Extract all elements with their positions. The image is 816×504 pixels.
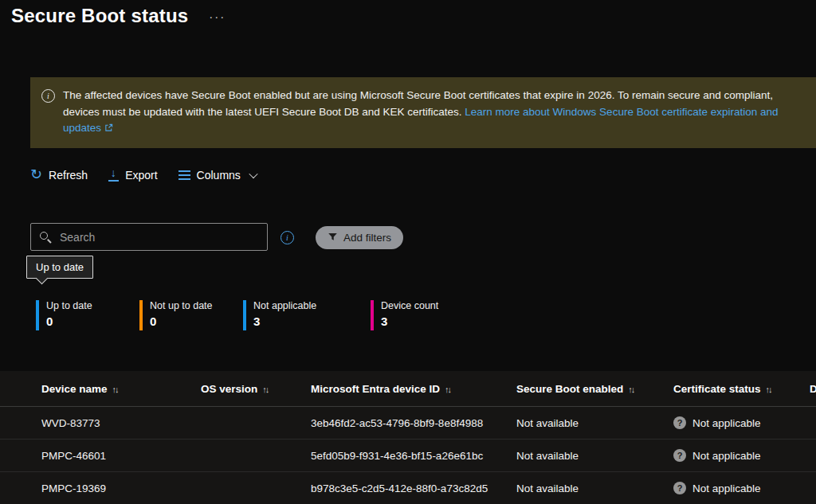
column-header-label: D — [810, 383, 816, 395]
search-input[interactable] — [58, 230, 259, 244]
device-name-cell[interactable]: WVD-83773 — [41, 417, 201, 429]
column-header-os-version[interactable]: OS version — [201, 383, 311, 395]
device-name-cell[interactable]: PMPC-19369 — [41, 483, 201, 494]
refresh-icon — [30, 169, 42, 182]
column-header-device-name[interactable]: Device name — [41, 383, 201, 395]
stat-up-to-date: Up to date 0 — [36, 300, 92, 330]
stat-label: Up to date — [46, 300, 92, 311]
certificate-status-text: Not applicable — [692, 483, 761, 494]
add-filters-button[interactable]: Add filters — [316, 226, 403, 249]
search-info-icon[interactable] — [280, 231, 294, 244]
search-icon — [39, 231, 51, 243]
device-name-cell[interactable]: PMPC-46601 — [41, 450, 201, 462]
secure-boot-enabled-cell: Not available — [516, 417, 673, 429]
secure-boot-enabled-cell: Not available — [516, 483, 673, 494]
add-filters-label: Add filters — [343, 232, 391, 244]
stat-label: Device count — [381, 300, 438, 311]
banner-text: The affected devices have Secure Boot en… — [63, 88, 779, 138]
column-header-label: Microsoft Entra device ID — [311, 383, 440, 395]
sort-icon[interactable] — [766, 383, 771, 395]
stat-value: 0 — [46, 315, 92, 328]
column-header-label: OS version — [201, 383, 257, 395]
refresh-label: Refresh — [49, 169, 88, 182]
info-icon — [41, 89, 55, 103]
certificate-status-cell: Not applicable — [673, 416, 810, 429]
banner-link-text-line2[interactable]: updates — [63, 122, 101, 134]
banner-message-line1: The affected devices have Secure Boot en… — [63, 88, 779, 104]
devices-table: Device name OS version Microsoft Entra d… — [0, 371, 816, 504]
column-header-entra-device-id[interactable]: Microsoft Entra device ID — [311, 383, 516, 395]
more-options-button[interactable]: ··· — [209, 10, 226, 23]
sort-icon[interactable] — [445, 383, 450, 395]
refresh-button[interactable]: Refresh — [30, 169, 88, 182]
sort-icon[interactable] — [112, 383, 118, 395]
secure-boot-status-page: Secure Boot status ··· The affected devi… — [0, 0, 816, 504]
banner-message-line2: devices must be updated with the latest … — [63, 104, 779, 121]
banner-link-text-line1[interactable]: Learn more about Windows Secure Boot cer… — [465, 106, 778, 118]
stat-value: 3 — [253, 315, 316, 328]
stat-device-count: Device count 3 — [371, 300, 438, 330]
column-header-secure-boot-enabled[interactable]: Secure Boot enabled — [516, 383, 673, 395]
entra-device-id-cell: b978c3e5-c2d5-412e-88f0-a73c82d5 — [311, 483, 516, 494]
filter-funnel-icon — [328, 232, 338, 244]
columns-icon — [178, 170, 190, 180]
table-row[interactable]: WVD-83773 3eb46fd2-ac53-4796-8bf9-8e8f49… — [0, 407, 816, 440]
banner-message-line3: updates — [63, 120, 779, 138]
page-header: Secure Boot status ··· — [11, 5, 226, 27]
table-header-row: Device name OS version Microsoft Entra d… — [0, 371, 816, 407]
question-icon — [673, 416, 686, 429]
chevron-down-icon — [249, 170, 257, 178]
export-icon — [108, 169, 119, 182]
entra-device-id-cell: 3eb46fd2-ac53-4796-8bf9-8e8f4988 — [311, 417, 516, 429]
banner-learn-more-link-continued[interactable]: updates — [63, 122, 113, 134]
certificate-status-cell: Not applicable — [673, 482, 810, 494]
stat-label: Not up to date — [150, 300, 213, 311]
search-box[interactable] — [30, 223, 268, 251]
export-label: Export — [125, 169, 157, 182]
export-button[interactable]: Export — [108, 169, 157, 182]
secure-boot-enabled-cell: Not available — [516, 450, 673, 462]
column-header-certificate-status[interactable]: Certificate status — [673, 383, 810, 395]
stat-not-up-to-date: Not up to date 0 — [139, 300, 213, 330]
banner-learn-more-link[interactable]: Learn more about Windows Secure Boot cer… — [465, 106, 778, 118]
sort-icon[interactable] — [262, 383, 268, 395]
banner-message-line2-text: devices must be updated with the latest … — [63, 106, 462, 118]
certificate-status-text: Not applicable — [692, 450, 761, 462]
stat-label: Not applicable — [253, 300, 316, 311]
info-banner: The affected devices have Secure Boot en… — [30, 77, 816, 148]
stat-not-applicable: Not applicable 3 — [243, 300, 316, 330]
tooltip-up-to-date: Up to date — [26, 256, 93, 279]
external-link-icon — [104, 121, 113, 138]
entra-device-id-cell: 5efd05b9-f931-4e36-bf15-a26e61bc — [311, 450, 516, 462]
certificate-status-text: Not applicable — [692, 417, 761, 429]
page-title: Secure Boot status — [11, 5, 188, 27]
stat-value: 3 — [381, 315, 438, 328]
certificate-status-cell: Not applicable — [673, 449, 810, 462]
table-row[interactable]: PMPC-19369 b978c3e5-c2d5-412e-88f0-a73c8… — [0, 472, 816, 504]
sort-icon[interactable] — [628, 383, 634, 395]
column-header-label: Secure Boot enabled — [516, 383, 623, 395]
stat-value: 0 — [150, 315, 213, 328]
question-icon — [673, 449, 686, 462]
question-icon — [673, 482, 686, 494]
table-row[interactable]: PMPC-46601 5efd05b9-f931-4e36-bf15-a26e6… — [0, 440, 816, 472]
column-header-label: Certificate status — [673, 383, 761, 395]
column-header-clipped[interactable]: D — [810, 383, 816, 395]
columns-button[interactable]: Columns — [178, 169, 257, 182]
columns-label: Columns — [197, 169, 241, 182]
column-header-label: Device name — [41, 383, 108, 395]
toolbar: Refresh Export Columns — [30, 169, 257, 182]
